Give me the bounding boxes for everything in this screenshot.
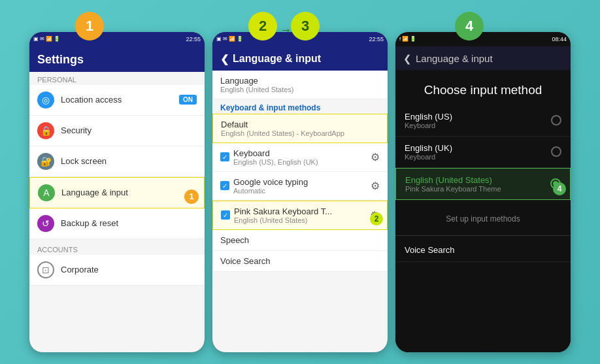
pink-sakura-title: Pink Sakura Keyboard T... [234, 207, 332, 216]
keyboard-section-header: Keyboard & input methods [212, 99, 388, 114]
input-us-sub: Keyboard [405, 122, 452, 129]
step-1-badge: 1 [184, 190, 199, 204]
settings-item-location[interactable]: ◎ Location access ON [29, 85, 205, 116]
keyboard-item-title: Keyboard [233, 148, 318, 158]
corporate-icon: ⊡ [37, 261, 54, 278]
settings-item-corporate[interactable]: ⊡ Corporate [29, 255, 205, 286]
phone-frame-2: ▣✉📶🔋 22:55 ❮ Language & input Language E… [212, 32, 388, 352]
status-time-3: 08:44 [552, 36, 567, 42]
divider [395, 235, 571, 236]
lockscreen-label: Lock screen [61, 156, 197, 166]
language-label: Language & input [61, 188, 196, 197]
status-icons-left-3: f📶🔋 [399, 36, 416, 42]
location-label: Location access [61, 95, 173, 105]
phone-frame-3: f📶🔋 08:44 ❮ Language & input Choose inpu… [395, 32, 571, 352]
setup-link[interactable]: Set up input methods [395, 205, 571, 233]
arrow-between-2-3: → [280, 24, 292, 37]
security-icon: 🔒 [37, 122, 54, 139]
personal-section-label: Personal [29, 72, 205, 85]
step-2-badge: 2 [370, 212, 383, 225]
settings-item-backup[interactable]: ↺ Backup & reset [29, 208, 205, 239]
step-4-badge: 4 [553, 182, 566, 195]
settings-screen: Settings Personal ◎ Location access ON 🔒… [29, 46, 205, 352]
google-voice-gear-icon[interactable]: ⚙ [371, 180, 380, 192]
phone-frame-1: ▣✉📶🔋 22:55 Settings Personal ◎ Location … [29, 32, 205, 352]
pink-sakura-checkbox[interactable]: ✓ [221, 210, 230, 220]
voice-search-item-2[interactable]: Voice Search [212, 251, 388, 272]
google-voice-checkbox[interactable]: ✓ [220, 181, 229, 190]
lang-header: ❮ Language & input [212, 46, 388, 71]
location-toggle[interactable]: ON [179, 95, 197, 105]
google-voice-title: Google voice typing [233, 177, 308, 187]
speech-label: Speech [220, 235, 380, 245]
corporate-label: Corporate [61, 265, 197, 274]
lang-screen: ❮ Language & input Language English (Uni… [212, 46, 388, 352]
accounts-section-label: Accounts [29, 242, 205, 255]
input-option-pink-sakura[interactable]: English (United States) Pink Sakura Keyb… [395, 168, 571, 200]
default-value: English (United States) - KeyboardApp [221, 129, 379, 137]
input-header-title: Language & input [416, 53, 493, 64]
status-time-2: 22:55 [369, 36, 384, 42]
input-ps-sub: Pink Sakura Keyboard Theme [405, 185, 501, 193]
lockscreen-icon: 🔐 [37, 153, 54, 170]
settings-item-language[interactable]: A Language & input 1 [29, 177, 205, 208]
voice-search-item-3[interactable]: Voice Search [395, 239, 571, 262]
input-uk-sub: Keyboard [405, 153, 452, 161]
input-option-us[interactable]: English (US) Keyboard [395, 105, 571, 137]
keyboard-checkbox[interactable]: ✓ [220, 152, 229, 161]
speech-section: Speech [212, 230, 388, 251]
backup-label: Backup & reset [61, 218, 197, 228]
settings-header: Settings [29, 46, 205, 72]
pink-sakura-sub: English (United States) [234, 216, 332, 224]
pink-sakura-item[interactable]: ✓ Pink Sakura Keyboard T... English (Uni… [212, 201, 388, 230]
step-bubble-2: 2 [248, 12, 277, 41]
keyboard-item[interactable]: ✓ Keyboard English (US), English (UK) ⚙ [212, 143, 388, 172]
language-item[interactable]: Language English (United States) [212, 71, 388, 99]
input-us-title: English (US) [405, 112, 452, 122]
voice-search-label-2: Voice Search [220, 256, 380, 266]
input-uk-title: English (UK) [405, 143, 452, 153]
location-icon: ◎ [37, 91, 54, 108]
voice-search-label-3: Voice Search [405, 245, 455, 255]
default-label: Default [221, 120, 379, 129]
lang-header-title: Language & input [233, 53, 321, 65]
security-label: Security [61, 125, 197, 135]
language-icon: A [38, 184, 55, 201]
radio-us[interactable] [551, 115, 561, 125]
status-time-1: 22:55 [186, 36, 201, 42]
settings-item-lockscreen[interactable]: 🔐 Lock screen [29, 146, 205, 177]
input-ps-title: English (United States) [405, 175, 501, 185]
status-bar-3: f📶🔋 08:44 [395, 32, 571, 46]
input-header: ❮ Language & input [395, 46, 571, 70]
status-icons-left-1: ▣✉📶🔋 [33, 36, 60, 42]
radio-uk[interactable] [551, 146, 561, 157]
default-item[interactable]: Default English (United States) - Keyboa… [212, 114, 388, 143]
settings-item-security[interactable]: 🔒 Security [29, 116, 205, 146]
language-item-sub: English (United States) [220, 86, 380, 93]
backup-icon: ↺ [37, 215, 54, 232]
step-bubble-1: 1 [75, 12, 104, 41]
google-voice-sub: Automatic [233, 187, 308, 195]
google-voice-item[interactable]: ✓ Google voice typing Automatic ⚙ [212, 172, 388, 201]
language-item-title: Language [220, 76, 380, 86]
keyboard-gear-icon[interactable]: ⚙ [371, 151, 380, 163]
choose-input-title: Choose input method [395, 70, 571, 105]
back-icon-2[interactable]: ❮ [220, 53, 229, 65]
input-option-uk[interactable]: English (UK) Keyboard [395, 137, 571, 168]
status-bar-1: ▣✉📶🔋 22:55 [29, 32, 205, 46]
step-bubble-3: 3 [291, 12, 320, 41]
status-icons-left-2: ▣✉📶🔋 [216, 36, 243, 42]
keyboard-item-sub: English (US), English (UK) [233, 158, 318, 166]
step-bubble-4: 4 [455, 12, 484, 41]
input-method-screen: ❮ Language & input Choose input method E… [395, 46, 571, 352]
back-icon-3[interactable]: ❮ [403, 53, 412, 65]
